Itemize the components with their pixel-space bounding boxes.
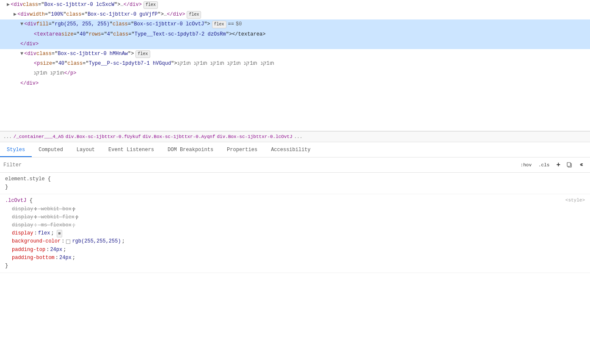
flex-badge[interactable]: flex: [135, 50, 150, 58]
back-icon-btn[interactable]: [576, 160, 587, 170]
breadcrumb-item-4[interactable]: div.Box-sc-1jbttxr-0.lcOvtJ: [217, 134, 292, 139]
svg-rect-1: [567, 163, 571, 166]
html-line: </div>: [0, 79, 590, 88]
color-swatch[interactable]: [66, 240, 70, 244]
breadcrumb-item-1[interactable]: /_container___4_A5: [14, 134, 64, 139]
tabs-bar: Styles Computed Layout Event Listeners D…: [0, 142, 590, 157]
flex-badge[interactable]: flex: [212, 21, 226, 28]
prop-name-padding-top[interactable]: padding-top: [12, 246, 45, 254]
flex-badge[interactable]: flex: [143, 1, 158, 9]
style-property: display : -ms-flexbox ;: [5, 221, 585, 229]
breadcrumb-bar: ... /_container___4_A5 div.Box-sc-1jbttx…: [0, 131, 590, 142]
style-property: display : flex ; ⊞: [5, 229, 585, 237]
prop-name-display-ms[interactable]: display: [12, 221, 33, 229]
filter-bar: :hov .cls +: [0, 157, 590, 173]
cls-button[interactable]: .cls: [536, 162, 552, 168]
hov-button[interactable]: :hov: [518, 162, 534, 168]
prop-name-display-flex[interactable]: display: [12, 229, 33, 237]
html-line: <p size="40" class="Type__P-sc-1pdytb7-1…: [0, 59, 590, 69]
element-style-selector: element.style {: [5, 175, 585, 183]
style-source: <style>: [565, 197, 585, 204]
prop-name-display-webkit-box[interactable]: display: [12, 205, 33, 213]
tab-event-listeners[interactable]: Event Listeners: [102, 143, 161, 157]
html-line: </div>: [0, 39, 590, 49]
rule-selector[interactable]: .lcOvtJ: [5, 198, 26, 204]
prop-value-bg-color: rgb(255,255,255): [72, 237, 121, 245]
breadcrumb-start-dots[interactable]: ...: [3, 134, 12, 139]
breadcrumb-end-dots[interactable]: ...: [294, 134, 303, 139]
flex-grid-icon[interactable]: ⊞: [57, 230, 62, 237]
filter-input[interactable]: [3, 162, 515, 168]
tab-styles[interactable]: Styles: [0, 143, 32, 157]
style-property: display : -webkit-box ;: [5, 205, 585, 213]
tab-layout[interactable]: Layout: [70, 143, 102, 157]
copy-icon-btn[interactable]: [565, 160, 575, 170]
element-style-block: element.style { }: [0, 173, 590, 194]
rule-close-brace: }: [5, 262, 585, 270]
html-line-selected: ▼ <div fill="rgb(255, 255, 255)" class="…: [0, 19, 590, 29]
styles-panel: element.style { } <style> .lcOvtJ { disp…: [0, 173, 590, 360]
prop-name-padding-bottom[interactable]: padding-bottom: [12, 254, 55, 262]
add-button[interactable]: +: [554, 160, 563, 170]
tab-properties[interactable]: Properties: [220, 143, 264, 157]
style-property: display : -webkit-flex ;: [5, 213, 585, 221]
tab-dom-breakpoints[interactable]: DOM Breakpoints: [161, 143, 220, 157]
prop-value-padding-bottom: 24px: [59, 254, 72, 262]
style-property: padding-top : 24px ;: [5, 246, 585, 254]
expand-arrow[interactable]: ▶: [7, 1, 10, 9]
element-style-close-brace: }: [5, 183, 585, 191]
prop-value-display-webkit-flex: -webkit-flex: [38, 213, 74, 221]
copy-icon: [567, 162, 573, 168]
flex-badge[interactable]: flex: [187, 11, 201, 19]
html-line: ▶ <div width="100%" class="Box-sc-1jbttx…: [0, 10, 590, 19]
breadcrumb-item-3[interactable]: div.Box-sc-1jbttxr-0.Ayqnf: [143, 134, 215, 139]
prop-value-display-webkit-box: -webkit-box: [38, 205, 72, 213]
html-line: תו1קנ תו1קנ </p>: [0, 69, 590, 78]
prop-value-padding-top: 24px: [50, 246, 62, 254]
prop-value-display-ms: -ms-flexbox: [38, 221, 72, 229]
prop-name-bg-color[interactable]: background-color: [12, 237, 61, 245]
expand-arrow[interactable]: ▼: [20, 20, 23, 28]
rule-selector-line: .lcOvtJ {: [5, 197, 585, 205]
prop-value-display-flex: flex: [38, 229, 50, 237]
prop-name-display-webkit-flex[interactable]: display: [12, 213, 33, 221]
html-line: ▼ <div class="Box-sc-1jbttxr-0 hMHnAw"> …: [0, 49, 590, 59]
html-line: <textarea size="40" rows="4" class="Type…: [0, 30, 590, 39]
filter-buttons: :hov .cls +: [518, 160, 587, 170]
style-rule-lcovtj: <style> .lcOvtJ { display : -webkit-box …: [0, 194, 590, 273]
expand-arrow[interactable]: ▼: [20, 50, 23, 58]
html-panel: ▶ <div class="Box-sc-1jbttxr-0 lcSxcW"> …: [0, 0, 590, 131]
tab-accessibility[interactable]: Accessibility: [264, 143, 317, 157]
tab-computed[interactable]: Computed: [32, 143, 70, 157]
breadcrumb-item-2[interactable]: div.Box-sc-1jbttxr-0.fUykuf: [66, 134, 141, 139]
html-line: ▶ <div class="Box-sc-1jbttxr-0 lcSxcW"> …: [0, 0, 590, 10]
expand-arrow[interactable]: ▶: [14, 11, 17, 19]
style-property: padding-bottom : 24px ;: [5, 254, 585, 262]
back-icon: [579, 162, 584, 168]
style-property: background-color : rgb(255,255,255) ;: [5, 237, 585, 245]
